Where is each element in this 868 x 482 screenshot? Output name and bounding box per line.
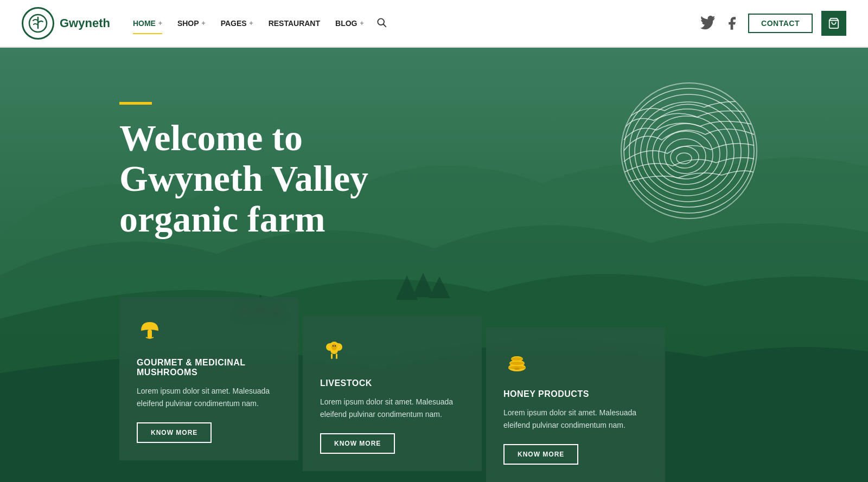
svg-point-35 xyxy=(511,357,523,361)
hero-content: Welcome to Gwyneth Valley organic farm xyxy=(119,102,368,239)
brand-name: Gwyneth xyxy=(60,16,110,30)
svg-point-23 xyxy=(331,344,337,350)
cart-button[interactable] xyxy=(821,11,846,36)
contact-button[interactable]: CONTACT xyxy=(748,14,813,33)
svg-point-16 xyxy=(676,153,692,164)
header: Gwyneth HOME + SHOP + PAGES + RESTAURANT… xyxy=(0,0,868,48)
mushroom-icon xyxy=(137,317,281,348)
card-livestock-desc: Lorem ipsum dolor sit amet. Malesuada el… xyxy=(320,396,464,420)
honey-icon xyxy=(503,347,648,380)
logo[interactable]: Gwyneth xyxy=(22,7,110,40)
card-honey: HONEY PRODUCTS Lorem ipsum dolor sit ame… xyxy=(486,327,665,482)
nav-item-blog[interactable]: BLOG + xyxy=(329,15,370,32)
nav-item-restaurant[interactable]: RESTAURANT xyxy=(262,15,327,32)
card-mushrooms-title: GOURMET & MEDICINAL MUSHROOMS xyxy=(137,358,281,377)
svg-line-2 xyxy=(383,24,386,27)
svg-point-6 xyxy=(621,83,757,218)
card-mushrooms-button[interactable]: KNOW MORE xyxy=(137,422,212,443)
card-livestock-button[interactable]: KNOW MORE xyxy=(320,433,395,454)
card-honey-title: HONEY PRODUCTS xyxy=(503,389,648,399)
cards-row: GOURMET & MEDICINAL MUSHROOMS Lorem ipsu… xyxy=(119,297,665,482)
svg-point-13 xyxy=(659,131,713,179)
svg-point-34 xyxy=(509,362,525,365)
svg-point-17 xyxy=(621,83,757,218)
card-mushrooms-desc: Lorem ipsum dolor sit amet. Malesuada el… xyxy=(137,385,281,409)
topo-circle xyxy=(618,80,760,221)
logo-icon xyxy=(22,7,54,40)
nav-item-home[interactable]: HOME + xyxy=(126,15,169,32)
search-button[interactable] xyxy=(376,17,387,30)
card-honey-desc: Lorem ipsum dolor sit amet. Malesuada el… xyxy=(503,407,648,431)
card-livestock: LIVESTOCK Lorem ipsum dolor sit amet. Ma… xyxy=(303,316,482,471)
hero-title: Welcome to Gwyneth Valley organic farm xyxy=(119,118,368,239)
card-honey-button[interactable]: KNOW MORE xyxy=(503,444,578,465)
svg-rect-28 xyxy=(331,354,333,359)
svg-point-25 xyxy=(335,345,336,346)
card-mushrooms: GOURMET & MEDICINAL MUSHROOMS Lorem ipsu… xyxy=(119,297,298,460)
svg-rect-18 xyxy=(148,330,152,338)
main-nav: HOME + SHOP + PAGES + RESTAURANT BLOG + xyxy=(126,15,387,32)
svg-point-7 xyxy=(624,88,754,213)
sheep-icon xyxy=(320,335,464,369)
nav-right: CONTACT xyxy=(700,11,846,36)
nav-item-pages[interactable]: PAGES + xyxy=(214,15,260,32)
svg-point-9 xyxy=(635,102,741,202)
svg-point-36 xyxy=(514,368,520,370)
nav-item-shop[interactable]: SHOP + xyxy=(171,15,212,32)
hero-accent-line xyxy=(119,102,152,105)
card-livestock-title: LIVESTOCK xyxy=(320,378,464,388)
svg-rect-29 xyxy=(336,354,337,359)
twitter-icon[interactable] xyxy=(700,16,716,31)
hero-section: Welcome to Gwyneth Valley organic farm xyxy=(0,48,868,482)
facebook-icon[interactable] xyxy=(724,16,739,31)
svg-point-24 xyxy=(333,345,334,346)
